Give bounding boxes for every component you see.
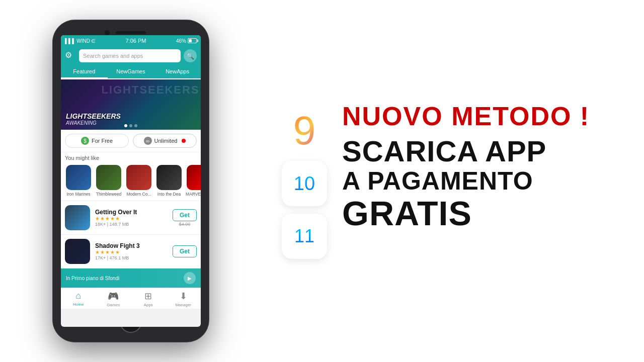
banner-bg-text: LIGHTSEEKERS <box>101 83 199 97</box>
carrier-name: WIND <box>76 38 90 44</box>
a-pagamento-line: A PAGAMENTO <box>342 168 590 194</box>
home-icon: ⌂ <box>75 291 81 301</box>
game-name-dead: Into the Dea <box>157 192 181 197</box>
ios11-badge-box: 11 <box>282 214 327 259</box>
banner-subtitle: AWAKENING <box>66 120 121 126</box>
signal-bars: ▌▌▌ <box>65 38 75 44</box>
featured-banner[interactable]: LIGHTSEEKERS LIGHTSEEKERS AWAKENING <box>61 79 201 130</box>
you-might-like-label: You might like <box>61 152 201 163</box>
manager-icon: ⬇ <box>180 291 187 302</box>
apps-icon: ⊞ <box>144 291 152 302</box>
app-name-shadow: Shadow Fight 3 <box>95 242 168 249</box>
game-dead[interactable]: Into the Dea <box>155 165 183 197</box>
ad-play-icon[interactable]: ▶ <box>184 272 196 284</box>
app-stars-shadow: ★★★★★ <box>95 249 168 255</box>
ios10-badge-box: 10 <box>282 161 327 206</box>
game-icon-modern <box>126 165 151 190</box>
dot-3 <box>134 124 137 127</box>
games-scroll: Iron Marines Thimbleweed Modern Co... In… <box>61 163 201 201</box>
filter-free-label: For Free <box>92 138 113 144</box>
phone-frame: ▌▌▌ WIND ∈ 7:06 PM 46% ⚙ Search games an… <box>53 20 209 342</box>
filter-unlimited-btn[interactable]: ∞ Unlimited <box>133 134 197 148</box>
game-marvel[interactable]: MARVEL Fu... <box>186 165 201 197</box>
tab-new-games[interactable]: NewGames <box>108 65 154 78</box>
dot-1 <box>124 124 127 127</box>
search-icon[interactable]: 🔍 <box>184 49 197 62</box>
status-time: 7:06 PM <box>125 38 146 44</box>
ios9-number: 9 <box>293 108 316 154</box>
search-input[interactable]: Search games and apps <box>79 49 181 62</box>
filter-row: $ For Free ∞ Unlimited <box>61 130 201 152</box>
game-modern[interactable]: Modern Co... <box>125 165 152 197</box>
battery-percentage: 46% <box>176 38 186 44</box>
infinity-icon: ∞ <box>144 137 152 145</box>
app-icon-shadow <box>65 239 90 264</box>
game-name-thimble: Thimbleweed <box>96 192 122 197</box>
phone-speaker <box>116 31 146 34</box>
game-icon-thimble <box>96 165 121 190</box>
nav-apps[interactable]: ⊞ Apps <box>131 291 166 307</box>
nav-home[interactable]: ⌂ Home <box>61 291 96 307</box>
nav-manager-label: Manager <box>175 303 191 307</box>
filter-unlimited-label: Unlimited <box>154 138 178 144</box>
nav-manager[interactable]: ⬇ Manager <box>166 291 201 307</box>
app-stars-getting: ★★★★★ <box>95 216 168 221</box>
dot-2 <box>129 124 132 127</box>
notification-dot <box>182 139 186 143</box>
app-info-getting: Getting Over It ★★★★★ 18K+ | 148.7 MB <box>95 209 168 227</box>
ios10-number: 10 <box>294 173 315 195</box>
game-iron-marines[interactable]: Iron Marines <box>65 165 92 197</box>
app-name-getting: Getting Over It <box>95 209 168 216</box>
wifi-icon: ∈ <box>91 38 96 44</box>
game-name-marvel: MARVEL Fu... <box>186 192 201 197</box>
game-name-iron: Iron Marines <box>66 192 90 197</box>
ios10-badge: 10 <box>282 161 327 206</box>
search-placeholder: Search games and apps <box>83 53 143 59</box>
text-column: NUOVO METODO ! SCARICA APP A PAGAMENTO G… <box>342 103 590 230</box>
game-icon-dead <box>156 165 182 190</box>
nav-apps-label: Apps <box>144 303 153 307</box>
battery-icon <box>188 38 197 43</box>
ios9-badge: 9 <box>282 108 327 153</box>
original-price-getting: $4.00 <box>179 222 191 227</box>
nuovo-metodo-title: NUOVO METODO ! <box>342 103 590 129</box>
bottom-navigation: ⌂ Home 🎮 Games ⊞ Apps ⬇ Manager <box>61 288 201 309</box>
app-getting-over-it: Getting Over It ★★★★★ 18K+ | 148.7 MB Ge… <box>61 201 201 235</box>
app-info-shadow: Shadow Fight 3 ★★★★★ 17K+ | 476.1 MB <box>95 242 168 260</box>
tab-new-apps[interactable]: NewApps <box>154 65 201 78</box>
app-shadow-fight: Shadow Fight 3 ★★★★★ 17K+ | 476.1 MB Get <box>61 235 201 268</box>
nav-games[interactable]: 🎮 Games <box>96 291 131 307</box>
game-thimbleweed[interactable]: Thimbleweed <box>95 165 122 197</box>
get-button-getting[interactable]: Get <box>173 209 197 221</box>
search-bar: ⚙ Search games and apps 🔍 <box>61 46 201 65</box>
ios11-number: 11 <box>294 226 314 247</box>
banner-title: LIGHTSEEKERS <box>66 112 121 120</box>
tab-featured[interactable]: Featured <box>61 65 108 78</box>
right-layout: 9 10 11 NUOVO METODO ! SCARICA APP A PAG… <box>282 103 624 259</box>
filter-free-btn[interactable]: $ For Free <box>65 134 129 148</box>
phone-screen: ▌▌▌ WIND ∈ 7:06 PM 46% ⚙ Search games an… <box>61 35 201 327</box>
game-icon-marvel <box>187 165 201 190</box>
game-icon-iron <box>66 165 91 190</box>
status-left: ▌▌▌ WIND ∈ <box>65 38 96 44</box>
app-meta-getting: 18K+ | 148.7 MB <box>95 222 168 227</box>
status-right: 46% <box>176 38 197 44</box>
status-bar: ▌▌▌ WIND ∈ 7:06 PM 46% <box>61 35 201 46</box>
settings-icon[interactable]: ⚙ <box>65 50 76 61</box>
bottom-ad[interactable]: In Primo piano di Sfondi ▶ <box>61 268 201 288</box>
right-section: 9 10 11 NUOVO METODO ! SCARICA APP A PAG… <box>262 0 644 362</box>
nav-tabs: Featured NewGames NewApps <box>61 65 201 79</box>
gratis-line: GRATIS <box>342 196 590 230</box>
phone-camera <box>105 30 110 35</box>
dollar-icon: $ <box>81 137 89 145</box>
banner-title-block: LIGHTSEEKERS AWAKENING <box>66 112 121 126</box>
get-button-shadow[interactable]: Get <box>173 245 197 257</box>
banner-dots <box>124 124 137 127</box>
app-icon-getting <box>65 205 90 230</box>
phone-mockup: ▌▌▌ WIND ∈ 7:06 PM 46% ⚙ Search games an… <box>0 0 262 362</box>
get-btn-stack-getting: Get $4.00 <box>173 209 197 227</box>
nav-home-label: Home <box>73 302 84 307</box>
game-name-modern: Modern Co... <box>126 192 151 197</box>
app-meta-shadow: 17K+ | 476.1 MB <box>95 255 168 260</box>
ios-badges-column: 9 10 11 <box>282 103 327 259</box>
